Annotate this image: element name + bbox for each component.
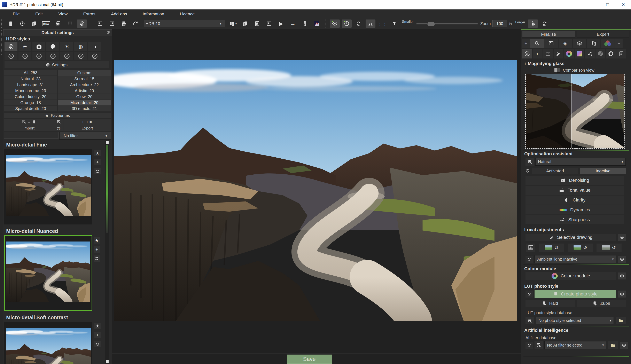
category-artistic[interactable]: Artistic: 20 bbox=[58, 88, 111, 94]
import-button[interactable]: Import bbox=[4, 125, 54, 131]
layers-button[interactable] bbox=[573, 39, 586, 48]
category-natural[interactable]: Natural: 23 bbox=[4, 76, 57, 82]
histogram-button[interactable] bbox=[312, 20, 322, 28]
save-presets-icon[interactable]: → bbox=[4, 119, 54, 125]
selective-draw-tool-button[interactable] bbox=[554, 49, 563, 58]
category-micro-detail[interactable]: Micro-detail: 20 bbox=[58, 100, 111, 106]
menu-file[interactable]: File bbox=[5, 10, 28, 18]
undock-icon[interactable] bbox=[107, 30, 110, 34]
user-style-icon[interactable] bbox=[5, 52, 18, 60]
duplicate-button[interactable] bbox=[240, 20, 250, 28]
raw-develop-button[interactable]: RAW bbox=[41, 20, 51, 28]
category-glow[interactable]: Glow: 20 bbox=[58, 94, 111, 100]
ambient-light-dropdown[interactable]: Ambient light: Inactive ▼ bbox=[534, 255, 616, 263]
dither-button[interactable]: ⋮⋮ bbox=[377, 20, 387, 28]
favourites-button[interactable]: ★ Favourites bbox=[4, 113, 111, 118]
category-custom[interactable]: Custom bbox=[58, 70, 111, 76]
image-width-button[interactable]: ↔ bbox=[288, 20, 298, 28]
ai-refresh-button[interactable] bbox=[525, 342, 533, 348]
edit-presets-icon[interactable] bbox=[55, 119, 63, 125]
tab-finalise[interactable]: Finalise bbox=[522, 31, 575, 38]
at-button[interactable]: @ bbox=[55, 125, 63, 131]
style-settings-icon[interactable] bbox=[5, 42, 18, 51]
colour-cube-tool-button[interactable] bbox=[574, 49, 584, 58]
panel-left-toggle-button[interactable] bbox=[95, 20, 105, 28]
favourite-star-icon[interactable]: ★ bbox=[95, 323, 101, 329]
lut-refresh-button[interactable] bbox=[525, 290, 533, 298]
filter-funnel-button[interactable] bbox=[389, 20, 399, 28]
assistant-refresh-icon[interactable] bbox=[525, 169, 530, 173]
ai-folder-button[interactable] bbox=[608, 342, 618, 349]
menu-licence[interactable]: Licence bbox=[172, 10, 202, 18]
activated-button[interactable]: Activated bbox=[532, 168, 578, 174]
main-photo[interactable] bbox=[114, 60, 517, 321]
colour-module-visibility-toggle[interactable] bbox=[618, 272, 626, 280]
create-photo-style-button[interactable]: Create photo style bbox=[534, 290, 616, 298]
ambient-refresh-button[interactable] bbox=[525, 256, 533, 263]
category-colour-fidelity[interactable]: Colour fidelity: 20 bbox=[4, 94, 57, 100]
frame-view-button[interactable] bbox=[264, 20, 274, 28]
save-button[interactable]: Save bbox=[287, 354, 332, 364]
comparison-view-toggle[interactable] bbox=[554, 68, 560, 73]
category-grunge[interactable]: Grunge: 18 bbox=[4, 100, 57, 106]
lut-database-grid-icon[interactable] bbox=[525, 316, 534, 324]
report-tool-button[interactable] bbox=[616, 49, 626, 58]
style-palette-icon[interactable] bbox=[46, 42, 59, 51]
assistant-preset-dropdown[interactable]: Natural ▼ bbox=[535, 158, 626, 166]
share-button[interactable] bbox=[131, 20, 141, 28]
sync-preset-icon[interactable] bbox=[94, 256, 100, 262]
merge-presets-icon[interactable]: □ + ■ bbox=[64, 119, 111, 125]
measure-button[interactable] bbox=[300, 20, 310, 28]
curve-nodes-tool-button[interactable] bbox=[585, 49, 595, 58]
hald-export-button[interactable]: Hald bbox=[525, 300, 575, 307]
scroll-up-handle[interactable] bbox=[106, 141, 109, 144]
batch-processing-button[interactable]: ▼ bbox=[229, 20, 238, 28]
preset-thumbnail-micro-detail-soft-contrast[interactable]: ★ + bbox=[4, 322, 92, 364]
sync-preset-icon[interactable] bbox=[95, 341, 101, 347]
colour-wheel-tool-button[interactable] bbox=[564, 49, 574, 58]
mask-layer-2-reset-button[interactable]: ↺ bbox=[568, 244, 593, 252]
ambient-visibility-toggle[interactable] bbox=[618, 256, 626, 263]
add-preset-icon[interactable]: + bbox=[95, 332, 101, 338]
comparison-divider[interactable] bbox=[571, 74, 571, 148]
optimisation-assistant-icon-button[interactable] bbox=[522, 49, 532, 58]
user-style-icon[interactable] bbox=[46, 52, 59, 60]
preset-list-scrollbar[interactable] bbox=[105, 140, 109, 364]
retouch-tool-button[interactable] bbox=[595, 49, 605, 58]
user-style-icon[interactable] bbox=[33, 52, 45, 60]
add-panel-button[interactable]: + bbox=[522, 39, 530, 48]
mask-up-button[interactable] bbox=[526, 244, 535, 252]
grain-tool-button[interactable] bbox=[543, 49, 553, 58]
realtime-preview-button[interactable] bbox=[342, 20, 352, 28]
remove-panel-button[interactable]: − bbox=[615, 39, 622, 48]
magnifier-preview[interactable] bbox=[525, 74, 625, 149]
style-glow-icon[interactable]: ✶ bbox=[60, 42, 73, 51]
user-style-icon[interactable] bbox=[74, 52, 87, 60]
new-image-button[interactable] bbox=[6, 20, 16, 28]
preset-search-box[interactable] bbox=[4, 132, 59, 139]
user-style-icon[interactable] bbox=[19, 52, 32, 60]
style-contrast-icon[interactable]: ◑ bbox=[88, 42, 101, 51]
lut-visibility-toggle[interactable] bbox=[618, 290, 626, 298]
mirror-button[interactable] bbox=[366, 20, 375, 28]
style-camera-icon[interactable] bbox=[33, 42, 45, 51]
denoising-button[interactable]: Denoising bbox=[525, 176, 624, 185]
image-gallery-button[interactable] bbox=[53, 20, 63, 28]
category-landscape[interactable]: Landscape: 31 bbox=[4, 82, 57, 88]
category-spatial-depth[interactable]: Spatial depth: 20 bbox=[4, 106, 57, 112]
preset-search-input[interactable] bbox=[7, 133, 58, 138]
ai-filter-dropdown[interactable]: No AI filter selected ▼ bbox=[544, 341, 606, 349]
user-style-icon[interactable] bbox=[60, 52, 73, 60]
preset-thumbnail-micro-detail-nuanced[interactable]: ★ + bbox=[4, 235, 92, 311]
contrast-tool-button[interactable]: ◐ bbox=[533, 49, 542, 58]
cube-export-button[interactable]: .cube bbox=[577, 300, 626, 307]
hdr-preset-dropdown[interactable]: HDR 10 ▼ bbox=[144, 20, 225, 27]
lut-folder-button[interactable] bbox=[616, 317, 626, 324]
category-all[interactable]: All: 253 bbox=[4, 70, 57, 76]
inactive-button[interactable]: Inactive bbox=[580, 168, 626, 174]
favourite-star-icon[interactable]: ★ bbox=[95, 150, 101, 156]
menu-extras[interactable]: Extras bbox=[75, 10, 103, 18]
play-slideshow-button[interactable]: ▶ bbox=[276, 20, 286, 28]
ai-visibility-toggle[interactable] bbox=[620, 342, 628, 348]
fit-to-screen-button[interactable] bbox=[528, 20, 538, 28]
